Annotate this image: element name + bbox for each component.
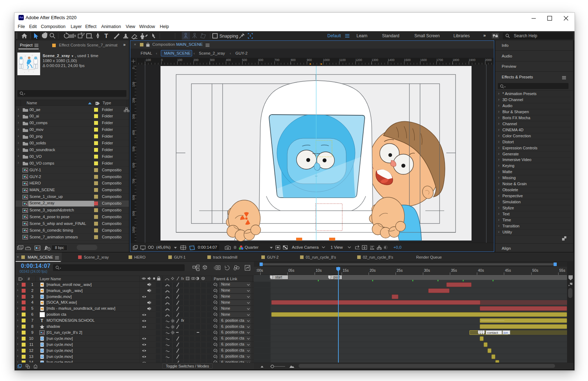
svg-text:T: T — [104, 33, 108, 39]
svg-text:Snapping: Snapping — [219, 34, 238, 39]
